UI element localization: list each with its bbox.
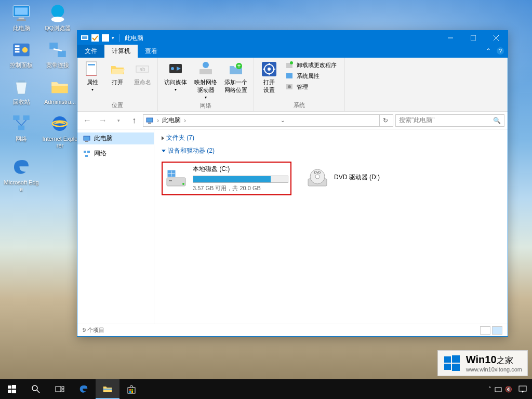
tab-view[interactable]: 查看 xyxy=(138,45,165,58)
drive-d[interactable]: DVD DVD 驱动器 (D:) xyxy=(304,162,434,195)
qat-check-icon[interactable] xyxy=(91,34,99,42)
ribbon-rename-button[interactable]: ab重命名 xyxy=(131,60,153,87)
desktop-icon-network[interactable]: 网络 xyxy=(3,113,39,142)
svg-rect-89 xyxy=(495,388,501,392)
desktop-icon-ie[interactable]: Internet Explorer xyxy=(42,113,78,149)
content-pane[interactable]: 文件夹 (7) 设备和驱动器 (2) 本地磁盘 (C:) 3.57 GB 可用，… xyxy=(154,129,508,324)
ribbon-group-network: 访问媒体▾ 映射网络 驱动器▾ +添加一个 网络位置 网络 xyxy=(158,58,254,111)
navbar: ← → ▾ ↑ › 此电脑 › ⌄ ↻ 搜索"此电脑" 🔍 xyxy=(77,112,508,129)
desktop-icon-this-pc[interactable]: 此电脑 xyxy=(3,2,39,32)
svg-rect-72 xyxy=(444,364,451,370)
ribbon-group-label: 系统 xyxy=(294,101,305,109)
svg-rect-62 xyxy=(168,170,171,174)
svg-rect-55 xyxy=(84,151,86,153)
ribbon-add-location-button[interactable]: +添加一个 网络位置 xyxy=(222,60,249,95)
svg-rect-30 xyxy=(88,64,95,65)
desktop-icon-edge[interactable]: Microsoft Edge xyxy=(3,156,39,193)
breadcrumb[interactable]: 此电脑 xyxy=(162,116,181,125)
svg-rect-87 xyxy=(129,391,131,393)
taskbar-edge[interactable] xyxy=(72,379,96,399)
desktop-icon-broadband[interactable]: 宽带连接 xyxy=(39,39,76,69)
search-placeholder: 搜索"此电脑" xyxy=(399,116,435,125)
ribbon-media-button[interactable]: 访问媒体▾ xyxy=(162,60,189,93)
svg-rect-80 xyxy=(56,387,61,392)
ribbon-map-drive-button[interactable]: 映射网络 驱动器▾ xyxy=(192,60,219,101)
ribbon-group-label: 位置 xyxy=(112,101,123,109)
svg-rect-57 xyxy=(85,155,88,157)
svg-line-79 xyxy=(37,390,39,393)
view-details-button[interactable] xyxy=(480,326,490,335)
drive-c[interactable]: 本地磁盘 (C:) 3.57 GB 可用，共 20.0 GB xyxy=(162,162,291,195)
view-icons-button[interactable] xyxy=(492,326,502,335)
desktop-icon-admin-folder[interactable]: Administra... xyxy=(42,76,78,105)
minimize-button[interactable] xyxy=(439,31,462,45)
help-icon[interactable]: ? xyxy=(496,47,504,55)
ribbon-properties-button[interactable]: 属性▾ xyxy=(82,60,103,93)
desktop-icon-label: Internet Explorer xyxy=(42,136,78,149)
ribbon-sysprops-button[interactable]: 系统属性 xyxy=(283,71,340,81)
svg-rect-90 xyxy=(519,386,526,391)
svg-rect-65 xyxy=(171,174,175,177)
nav-back-button[interactable]: ← xyxy=(81,114,94,127)
svg-rect-24 xyxy=(471,35,476,41)
tray-chevron-icon[interactable]: ˄ xyxy=(488,386,491,393)
svg-rect-85 xyxy=(129,389,131,391)
desktop-icon-qq-browser[interactable]: QQ浏览器 xyxy=(39,2,76,32)
svg-point-60 xyxy=(182,183,184,185)
desktop-icon-recycle[interactable]: 回收站 xyxy=(3,76,39,105)
svg-rect-1 xyxy=(15,8,28,15)
collapse-ribbon-icon[interactable]: ⌃ xyxy=(486,47,491,55)
tray-network-icon[interactable] xyxy=(495,385,502,393)
tree-network[interactable]: 网络 xyxy=(77,148,154,159)
svg-rect-7 xyxy=(15,45,20,47)
titlebar[interactable]: ▾ │ 此电脑 xyxy=(77,31,508,45)
nav-forward-button[interactable]: → xyxy=(96,114,110,127)
pc-icon xyxy=(83,135,91,143)
group-folders[interactable]: 文件夹 (7) xyxy=(154,131,508,144)
start-button[interactable] xyxy=(0,379,24,399)
svg-rect-81 xyxy=(62,387,64,389)
ribbon-settings-button[interactable]: 打开 设置 xyxy=(258,60,280,95)
system-tray[interactable]: ˄ 🔇 xyxy=(488,385,532,393)
maximize-button[interactable] xyxy=(462,31,485,45)
tree-this-pc[interactable]: 此电脑 xyxy=(77,132,154,144)
tray-volume-icon[interactable]: 🔇 xyxy=(505,386,512,393)
taskbar[interactable]: ˄ 🔇 xyxy=(0,379,532,399)
ribbon-open-button[interactable]: 打开 xyxy=(107,60,128,87)
svg-rect-74 xyxy=(8,385,11,389)
svg-rect-70 xyxy=(444,356,451,363)
tab-computer[interactable]: 计算机 xyxy=(104,45,138,58)
tray-action-center-icon[interactable] xyxy=(518,385,527,393)
app-icon xyxy=(81,34,89,42)
refresh-button[interactable]: ↻ xyxy=(379,115,391,126)
search-button[interactable] xyxy=(24,379,48,399)
desktop-icon-label: Administra... xyxy=(42,99,78,105)
search-input[interactable]: 搜索"此电脑" 🔍 xyxy=(395,114,504,127)
nav-recent-button[interactable]: ▾ xyxy=(112,114,125,127)
close-button[interactable] xyxy=(485,31,508,45)
svg-rect-76 xyxy=(8,390,11,393)
qat-blank-icon[interactable] xyxy=(101,34,110,42)
desktop-icon-label: QQ浏览器 xyxy=(39,25,76,32)
desktop-icon-control-panel[interactable]: 控制面板 xyxy=(3,39,39,69)
tab-file[interactable]: 文件 xyxy=(77,45,104,58)
svg-rect-29 xyxy=(86,62,97,75)
ribbon-uninstall-button[interactable]: 卸载或更改程序 xyxy=(283,60,340,70)
address-dropdown-icon[interactable]: ⌄ xyxy=(278,117,287,123)
nav-up-button[interactable]: ↑ xyxy=(127,114,141,127)
svg-point-41 xyxy=(268,68,271,71)
divider: │ xyxy=(117,34,122,42)
svg-rect-9 xyxy=(15,51,20,53)
svg-rect-88 xyxy=(131,391,133,393)
taskbar-store[interactable] xyxy=(119,379,143,399)
address-bar[interactable]: › 此电脑 › ⌄ ↻ xyxy=(143,114,393,127)
qat-dropdown-icon[interactable]: ▾ xyxy=(112,35,114,41)
svg-point-50 xyxy=(288,85,291,88)
group-devices[interactable]: 设备和驱动器 (2) xyxy=(154,144,508,157)
windows-logo-icon xyxy=(443,354,461,372)
desktop-icon-label: Microsoft Edge xyxy=(3,179,39,193)
taskview-button[interactable] xyxy=(48,379,72,399)
ribbon: 属性▾ 打开 ab重命名 位置 访问媒体▾ 映射网络 驱动器▾ +添加一个 网络… xyxy=(77,58,508,112)
ribbon-manage-button[interactable]: 管理 xyxy=(283,82,340,92)
taskbar-explorer[interactable] xyxy=(96,379,119,399)
